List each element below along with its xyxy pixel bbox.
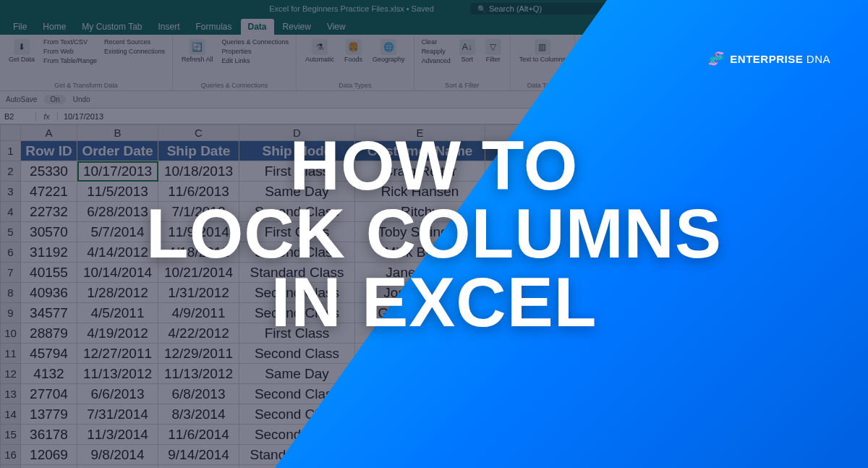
ribbon-item-reapply[interactable]: Reapply: [420, 47, 452, 56]
cell-D7[interactable]: Standard Class: [239, 263, 355, 283]
ribbon-item-queries-connections[interactable]: Queries & Connections: [220, 38, 290, 46]
cell-D2[interactable]: First Class: [239, 161, 355, 182]
column-header-D[interactable]: D: [239, 125, 355, 141]
cell-A13[interactable]: 27704: [21, 384, 77, 404]
cell-C14[interactable]: 8/3/2014: [158, 404, 239, 425]
formula-value[interactable]: 10/17/2013: [58, 112, 109, 121]
row-header-4[interactable]: 4: [1, 202, 21, 222]
cell-B5[interactable]: 5/7/2014: [77, 222, 158, 242]
tab-formulas[interactable]: Formulas: [189, 19, 239, 35]
ribbon-item-advanced[interactable]: Advanced: [420, 56, 452, 65]
column-header-A[interactable]: A: [21, 125, 77, 141]
cell-C8[interactable]: 1/31/2012: [158, 283, 239, 303]
ribbon-item-properties[interactable]: Properties: [220, 47, 290, 56]
cell-A2[interactable]: 25330: [21, 161, 77, 182]
tab-data[interactable]: Data: [241, 19, 274, 35]
undo-button[interactable]: Undo: [73, 95, 90, 103]
column-header-E[interactable]: E: [355, 125, 485, 141]
header-cell-A[interactable]: Row ID: [21, 141, 77, 161]
cell-B9[interactable]: 4/5/2011: [77, 303, 158, 323]
ribbon-item-existing-connections[interactable]: Existing Connections: [103, 47, 166, 56]
ribbon-item-edit-links[interactable]: Edit Links: [220, 56, 290, 65]
row-header-1[interactable]: 1: [1, 141, 21, 161]
cell-C7[interactable]: 10/21/2014: [158, 263, 239, 283]
cell-B8[interactable]: 1/28/2012: [77, 283, 158, 303]
cell-C10[interactable]: 4/22/2012: [158, 323, 239, 344]
cell-C11[interactable]: 12/29/2011: [158, 344, 239, 364]
cell-D11[interactable]: Second Class: [239, 344, 355, 364]
cell-B6[interactable]: 4/14/2012: [77, 242, 158, 263]
ribbon-item-clear[interactable]: Clear: [420, 38, 452, 46]
ribbon-button-text-to-columns[interactable]: ▥Text to Columns: [516, 38, 569, 65]
cell-C17[interactable]: 2/1/2014: [158, 465, 239, 469]
cell-A14[interactable]: 13779: [21, 404, 77, 425]
cell-B7[interactable]: 10/14/2014: [77, 263, 158, 283]
row-header-12[interactable]: 12: [1, 364, 21, 384]
cell-C15[interactable]: 11/6/2014: [158, 425, 239, 445]
ribbon-button-get-data[interactable]: ⬇Get Data: [6, 38, 38, 65]
cell-B10[interactable]: 4/19/2012: [77, 323, 158, 344]
ribbon-button-automatic[interactable]: ⚗Automatic: [302, 38, 337, 65]
cell-A4[interactable]: 22732: [21, 202, 77, 222]
row-header-13[interactable]: 13: [1, 384, 21, 404]
cell-A11[interactable]: 45794: [21, 344, 77, 364]
ribbon-item-from-text-csv[interactable]: From Text/CSV: [42, 38, 98, 46]
row-header-11[interactable]: 11: [1, 344, 21, 364]
tab-my-custom-tab[interactable]: My Custom Tab: [75, 19, 149, 35]
cell-D3[interactable]: Same Day: [239, 182, 355, 202]
cell-C4[interactable]: 7/1/2013: [158, 202, 239, 222]
row-header-8[interactable]: 8: [1, 283, 21, 303]
name-box[interactable]: B2: [0, 112, 36, 121]
cell-B2[interactable]: 10/17/2013: [77, 161, 158, 182]
row-header-5[interactable]: 5: [1, 222, 21, 242]
cell-C3[interactable]: 11/6/2013: [158, 182, 239, 202]
cell-A8[interactable]: 40936: [21, 283, 77, 303]
row-header-10[interactable]: 10: [1, 323, 21, 344]
cell-D4[interactable]: Second Class: [239, 202, 355, 222]
cell-E3[interactable]: Rick Hansen: [355, 182, 485, 202]
tab-insert[interactable]: Insert: [151, 19, 187, 35]
ribbon-item-from-web[interactable]: From Web: [42, 47, 98, 56]
row-header-17[interactable]: 17: [1, 465, 21, 469]
cell-C13[interactable]: 6/8/2013: [158, 384, 239, 404]
cell-B11[interactable]: 12/27/2011: [77, 344, 158, 364]
cell-B14[interactable]: 7/31/2014: [77, 404, 158, 425]
tab-view[interactable]: View: [320, 19, 353, 35]
cell-E2[interactable]: Craig Reiter: [355, 161, 485, 182]
row-header-14[interactable]: 14: [1, 404, 21, 425]
header-cell-B[interactable]: Order Date: [77, 141, 158, 161]
cell-A3[interactable]: 47221: [21, 182, 77, 202]
ribbon-button-refresh-all[interactable]: 🔄Refresh All: [179, 38, 216, 65]
cell-B3[interactable]: 11/5/2013: [77, 182, 158, 202]
ribbon-button-geography[interactable]: 🌐Geography: [370, 38, 408, 65]
ribbon-item-recent-sources[interactable]: Recent Sources: [103, 38, 166, 46]
cell-A12[interactable]: 4132: [21, 364, 77, 384]
row-header-2[interactable]: 2: [1, 161, 21, 182]
cell-B15[interactable]: 11/3/2014: [77, 425, 158, 445]
ribbon-button-filter[interactable]: ▽Filter: [482, 38, 504, 65]
cell-A9[interactable]: 34577: [21, 303, 77, 323]
cell-B17[interactable]: 1/31/2014: [77, 465, 158, 469]
row-header-15[interactable]: 15: [1, 425, 21, 445]
row-header-16[interactable]: 16: [1, 445, 21, 465]
autosave-toggle[interactable]: On: [44, 95, 65, 104]
tab-home[interactable]: Home: [35, 19, 73, 35]
cell-B4[interactable]: 6/28/2013: [77, 202, 158, 222]
cell-D10[interactable]: First Class: [239, 323, 355, 344]
cell-C12[interactable]: 11/13/2012: [158, 364, 239, 384]
ribbon-button-foods[interactable]: 🍔Foods: [341, 38, 365, 65]
column-header-B[interactable]: B: [77, 125, 158, 141]
column-header-C[interactable]: C: [158, 125, 239, 141]
cell-D6[interactable]: Second Class: [239, 242, 355, 263]
header-cell-C[interactable]: Ship Date: [158, 141, 239, 161]
cell-D9[interactable]: Second Class: [239, 303, 355, 323]
tab-review[interactable]: Review: [276, 19, 318, 35]
cell-A7[interactable]: 40155: [21, 263, 77, 283]
select-all-corner[interactable]: [1, 125, 21, 141]
cell-B16[interactable]: 9/8/2014: [77, 445, 158, 465]
tab-file[interactable]: File: [6, 19, 34, 35]
cell-C2[interactable]: 10/18/2013: [158, 161, 239, 182]
ribbon-button-sort[interactable]: A↓Sort: [456, 38, 478, 65]
cell-A5[interactable]: 30570: [21, 222, 77, 242]
cell-A6[interactable]: 31192: [21, 242, 77, 263]
